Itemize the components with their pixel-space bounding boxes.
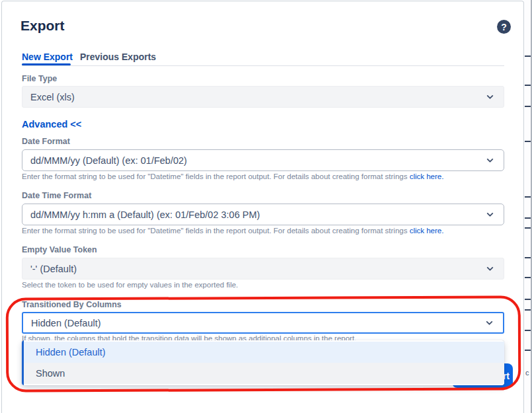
- background-text-fragment: c: [525, 369, 529, 377]
- transitioned-by-columns-label: Transitioned By Columns: [22, 300, 122, 309]
- tab-new-export[interactable]: New Export: [22, 52, 73, 62]
- helper-text: Enter the format string to be used for "…: [22, 227, 410, 235]
- date-format-helper: Enter the format string to be used for "…: [22, 172, 443, 180]
- dropdown-focus-bar: [22, 340, 24, 385]
- tab-previous-exports[interactable]: Previous Exports: [80, 52, 156, 62]
- empty-value-token-label: Empty Value Token: [22, 245, 97, 254]
- chevron-down-icon: [486, 156, 494, 165]
- empty-value-token-value: '-' (Default): [30, 264, 77, 274]
- empty-value-token-select[interactable]: '-' (Default): [22, 258, 504, 280]
- click-here-link[interactable]: click here.: [410, 172, 444, 180]
- dropdown-option-hidden[interactable]: Hidden (Default): [22, 342, 504, 363]
- date-time-format-label: Date Time Format: [22, 191, 91, 200]
- date-time-format-select[interactable]: dd/MMM/yy h:mm a (Default) (ex: 01/Feb/0…: [22, 204, 504, 225]
- helper-text: Enter the format string to be used for "…: [22, 172, 410, 180]
- chevron-down-icon: [486, 93, 494, 101]
- date-format-select[interactable]: dd/MMM/yy (Default) (ex: 01/Feb/02): [22, 149, 504, 171]
- click-here-link[interactable]: click here.: [410, 227, 444, 235]
- file-type-label: File Type: [22, 74, 57, 83]
- chevron-down-icon: [486, 264, 494, 273]
- date-time-format-value: dd/MMM/yy h:mm a (Default) (ex: 01/Feb/0…: [30, 209, 260, 220]
- date-format-label: Date Format: [22, 137, 70, 146]
- empty-value-token-helper: Select the token to be used for empty va…: [22, 281, 238, 289]
- date-format-value: dd/MMM/yy (Default) (ex: 01/Feb/02): [30, 155, 187, 166]
- screenshot-root: c Export ? New Export Previous Exports F…: [0, 0, 532, 413]
- dialog-title: Export: [20, 18, 65, 34]
- dropdown-option-shown[interactable]: Shown: [22, 363, 504, 384]
- transitioned-by-columns-select[interactable]: Hidden (Default): [22, 312, 504, 334]
- advanced-toggle-link[interactable]: Advanced <<: [22, 119, 81, 130]
- chevron-down-icon: [485, 319, 494, 327]
- transitioned-by-columns-dropdown: Hidden (Default) Shown: [22, 340, 504, 385]
- transitioned-by-columns-value: Hidden (Default): [31, 318, 101, 328]
- file-type-select[interactable]: Excel (xls): [22, 86, 504, 108]
- date-time-format-helper: Enter the format string to be used for "…: [22, 227, 443, 235]
- file-type-value: Excel (xls): [30, 92, 75, 102]
- help-icon[interactable]: ?: [497, 20, 511, 34]
- chevron-down-icon: [486, 210, 494, 219]
- tabs-divider: [22, 65, 504, 66]
